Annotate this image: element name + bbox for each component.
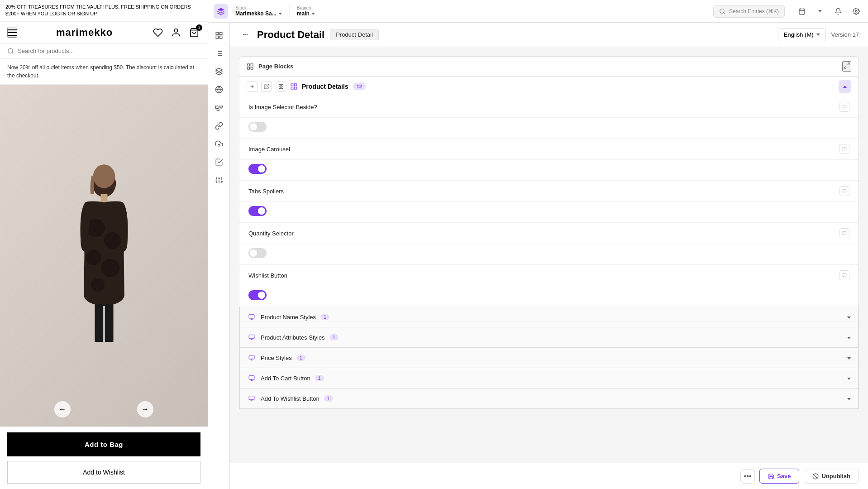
cms-icon-sidebar xyxy=(208,23,230,489)
sidebar-components-icon[interactable] xyxy=(211,100,227,116)
toggle-quantity-selector[interactable] xyxy=(248,248,267,258)
sidebar-grid-icon[interactable] xyxy=(211,27,227,43)
sub-block-count-product-attributes: 1 xyxy=(329,334,339,340)
svg-line-3 xyxy=(12,53,14,54)
resize-icon xyxy=(843,62,850,69)
field-row-image-carousel: Image Carousel xyxy=(239,139,858,160)
search-input[interactable] xyxy=(18,48,200,54)
chevron-icon-button[interactable] xyxy=(814,5,826,18)
sub-block-icon-add-to-cart xyxy=(247,374,256,383)
sidebar-upload-icon[interactable] xyxy=(211,136,227,152)
product-image-area: ← → xyxy=(0,85,208,427)
comment-icon-image-carousel[interactable] xyxy=(839,144,849,154)
prev-image-button[interactable]: ← xyxy=(54,401,71,417)
save-label: Save xyxy=(777,473,791,479)
sub-block-icon-product-attributes xyxy=(247,333,256,342)
sub-block-product-attributes-styles[interactable]: Product Attributes Styles 1 xyxy=(239,327,858,348)
resize-button[interactable] xyxy=(842,61,851,72)
more-options-button[interactable]: ••• xyxy=(740,469,755,484)
toggle-wishlist-button[interactable] xyxy=(248,290,267,300)
svg-rect-47 xyxy=(251,64,253,66)
cms-logo-icon xyxy=(217,7,225,15)
add-block-button[interactable]: + xyxy=(247,81,258,92)
settings-icon-button[interactable] xyxy=(850,5,863,18)
sidebar-checklist-icon[interactable] xyxy=(211,154,227,170)
wishlist-icon-button[interactable] xyxy=(152,26,164,39)
promo-bar: 20% OFF TREASURES FROM THE VAULT! PLUS, … xyxy=(0,0,208,22)
field-row-image-selector: Is Image Selector Beside? xyxy=(239,96,858,118)
svg-rect-22 xyxy=(219,32,222,34)
comment-icon-image-selector[interactable] xyxy=(839,102,849,112)
sub-block-product-name-styles[interactable]: Product Name Styles 1 xyxy=(239,307,858,327)
language-selector[interactable]: English (M) xyxy=(778,28,826,41)
svg-point-2 xyxy=(8,48,13,53)
sub-block-title-price: Price Styles xyxy=(261,355,292,361)
toggle-row-image-carousel xyxy=(239,160,858,181)
sub-block-chevron-add-to-cart xyxy=(847,375,851,382)
sidebar-sliders-icon[interactable] xyxy=(211,172,227,188)
sidebar-globe-icon[interactable] xyxy=(211,82,227,98)
block-collapse-button[interactable] xyxy=(839,80,851,93)
branch-label: Branch xyxy=(297,5,315,10)
sidebar-list-icon[interactable] xyxy=(211,45,227,62)
field-label-image-selector: Is Image Selector Beside? xyxy=(248,104,317,110)
sub-block-count-add-to-wishlist: 1 xyxy=(324,395,333,402)
sidebar-link-icon[interactable] xyxy=(211,118,227,134)
branch-chevron-icon xyxy=(311,13,315,15)
cms-panel: Stack Marimekko Sa... Branch main Search… xyxy=(208,0,868,489)
comment-icon-wishlist-button[interactable] xyxy=(839,270,849,280)
sub-block-title-product-attributes: Product Attributes Styles xyxy=(261,334,325,341)
editing-area: Page Blocks + xyxy=(230,47,868,463)
sub-block-price-styles[interactable]: Price Styles 1 xyxy=(239,348,858,368)
save-button[interactable]: Save xyxy=(759,469,799,484)
svg-rect-53 xyxy=(281,85,283,86)
next-image-button[interactable]: → xyxy=(137,401,153,417)
svg-rect-72 xyxy=(249,396,254,400)
comment-icon-quantity-selector[interactable] xyxy=(839,228,849,238)
unpublish-button[interactable]: Unpublish xyxy=(804,469,859,484)
page-header: ← Product Detail Product Detail English … xyxy=(230,23,868,47)
svg-point-13 xyxy=(93,165,115,188)
sub-block-add-to-cart[interactable]: Add To Cart Button 1 xyxy=(239,368,858,388)
add-to-bag-button[interactable]: Add to Bag xyxy=(7,432,200,456)
sub-block-title-add-to-wishlist: Add To Wishlist Button xyxy=(261,395,320,402)
back-button[interactable]: ← xyxy=(239,29,252,41)
toggle-tabs-spoilers[interactable] xyxy=(248,206,267,216)
field-right-quantity-selector xyxy=(839,228,849,238)
branch-value: main xyxy=(297,10,315,17)
promo-text: Now 20% off all outlet items when spendi… xyxy=(0,59,208,85)
sub-block-count-product-name: 1 xyxy=(320,314,329,320)
svg-rect-57 xyxy=(294,84,296,86)
notifications-icon-button[interactable] xyxy=(832,5,844,18)
svg-line-76 xyxy=(814,474,817,478)
stack-value: Marimekko Sa... xyxy=(235,10,282,17)
field-right-tabs-spoilers xyxy=(839,186,849,196)
sub-block-add-to-wishlist[interactable]: Add To Wishlist Button 1 xyxy=(239,388,858,409)
topbar-search[interactable]: Search Entries (⌘K) xyxy=(713,5,785,18)
block-collapse-icon xyxy=(843,86,847,88)
sub-block-chevron-price xyxy=(847,355,851,361)
version-tag: Version 17 xyxy=(831,31,859,38)
svg-rect-63 xyxy=(249,335,254,339)
grid-block-button[interactable] xyxy=(276,81,286,92)
edit-block-button[interactable] xyxy=(261,81,272,92)
toggle-image-carousel[interactable] xyxy=(248,164,267,174)
fields-container: Is Image Selector Beside? xyxy=(239,96,859,409)
cart-icon-button[interactable]: 1 xyxy=(188,26,200,39)
cart-count: 1 xyxy=(196,24,202,31)
account-icon-button[interactable] xyxy=(170,26,182,39)
sidebar-layers-icon[interactable] xyxy=(211,63,227,80)
svg-point-14 xyxy=(720,9,724,13)
calendar-icon-button[interactable] xyxy=(796,5,808,18)
toggle-image-selector[interactable] xyxy=(248,122,267,132)
menu-button[interactable] xyxy=(7,28,17,38)
block-toolbar: + xyxy=(239,77,859,96)
field-row-tabs-spoilers: Tabs Spoilers xyxy=(239,181,858,202)
comment-icon-tabs-spoilers[interactable] xyxy=(839,186,849,196)
topbar-search-text: Search Entries (⌘K) xyxy=(729,8,779,14)
sub-block-icon-price xyxy=(247,353,256,362)
cms-main-content: ← Product Detail Product Detail English … xyxy=(230,23,868,489)
sub-block-icon-add-to-wishlist xyxy=(247,394,256,403)
add-to-wishlist-button[interactable]: Add to Wishlist xyxy=(7,461,200,484)
page-blocks-label: Page Blocks xyxy=(258,63,293,70)
